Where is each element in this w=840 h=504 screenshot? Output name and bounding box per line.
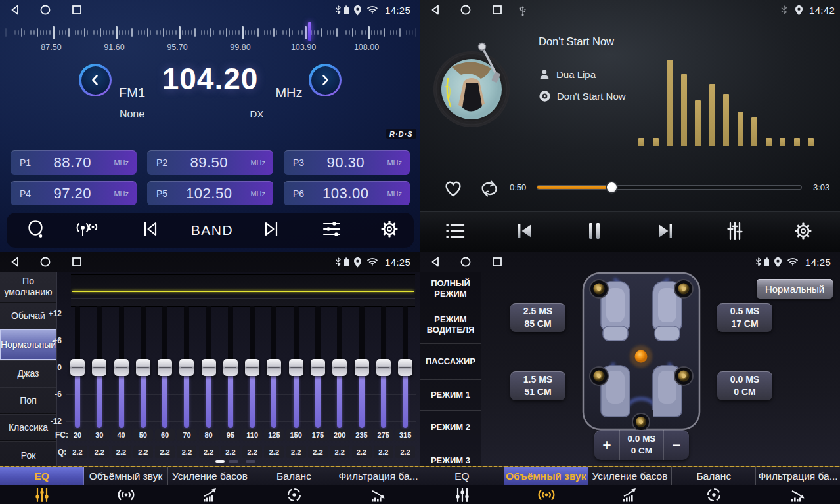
page-indicator[interactable] [246,460,255,463]
eq-band-slider[interactable] [311,310,324,424]
tab-crossover-filter[interactable]: Фильтрация ба... [336,466,420,504]
eq-slider-thumb[interactable] [311,359,325,376]
eq-band-slider[interactable] [333,310,346,424]
band-button[interactable]: BAND [191,222,233,238]
search-icon[interactable] [26,219,46,242]
tab-crossover-filter[interactable]: Фильтрация ба... [756,466,840,504]
delay-rear-left-button[interactable]: 1.5 MS51 CM [510,371,565,400]
broadcast-icon[interactable] [74,220,98,241]
recents-icon[interactable] [491,256,503,270]
eq-band-slider[interactable] [246,310,259,424]
eq-band-slider[interactable] [71,310,84,424]
tab-bass-boost[interactable]: Усиление басов [588,466,673,504]
eq-band-slider[interactable] [137,310,150,424]
pause-icon[interactable] [586,221,603,243]
preset-button-p6[interactable]: P6 103.00 MHz [284,181,410,205]
dial-tick [229,30,231,35]
tab-label: Фильтрация ба... [336,467,420,485]
recents-icon[interactable] [71,256,83,270]
mode-item[interactable]: ПАССАЖИР [420,344,481,380]
preset-button-p1[interactable]: P1 88.70 MHz [11,150,137,175]
eq-slider-thumb[interactable] [158,359,172,376]
eq-band-slider[interactable] [267,310,280,424]
home-icon[interactable] [460,256,472,270]
eq-slider-thumb[interactable] [223,359,238,376]
progress-thumb[interactable] [607,182,617,192]
mode-item[interactable]: РЕЖИМ ВОДИТЕЛЯ [420,306,481,344]
eq-slider-thumb[interactable] [289,359,303,376]
tuning-dial[interactable] [0,22,420,43]
eq-band-slider[interactable] [202,310,215,424]
eq-slider-thumb[interactable] [267,359,281,376]
eq-band-slider[interactable] [355,310,368,424]
delay-front-right-button[interactable]: 0.5 MS17 CM [717,303,772,332]
increase-button[interactable]: + [594,430,619,460]
eq-preset-item[interactable]: По умолчанию [0,272,56,303]
back-icon[interactable] [430,256,441,270]
preset-button-p2[interactable]: P2 89.50 MHz [147,150,273,175]
back-icon[interactable] [9,256,21,270]
tab-balance[interactable]: Баланс [252,466,336,504]
seek-previous-icon[interactable] [141,220,160,240]
album-art[interactable] [426,38,524,133]
eq-slider-thumb[interactable] [179,359,194,376]
back-icon[interactable] [9,4,21,18]
home-icon[interactable] [39,256,51,270]
eq-slider-thumb[interactable] [136,359,150,376]
eq-band-slider[interactable] [377,310,390,424]
tab-eq[interactable]: EQ [0,466,84,504]
dial-tick [77,30,79,35]
mode-item[interactable]: РЕЖИМ 1 [420,380,481,411]
mode-item[interactable]: РЕЖИМ 2 [420,411,481,444]
favorite-icon[interactable] [443,178,464,201]
home-icon[interactable] [460,4,472,18]
eq-slider-thumb[interactable] [376,359,391,376]
recents-icon[interactable] [71,4,83,18]
tab-eq[interactable]: EQ [420,466,504,504]
eq-band-slider[interactable] [115,310,128,424]
delay-rear-right-button[interactable]: 0.0 MS0 CM [717,371,772,400]
eq-band-slider[interactable] [93,310,106,424]
fc-value: 275 [374,429,393,441]
settings-gear-icon[interactable] [793,221,813,243]
eq-slider-thumb[interactable] [70,359,85,376]
tune-down-button[interactable] [79,64,112,96]
eq-band-slider[interactable] [290,310,303,424]
settings-gear-icon[interactable] [380,219,399,242]
eq-slider-thumb[interactable] [355,359,369,376]
sound-profile-button[interactable]: Нормальный [757,279,833,299]
eq-slider-thumb[interactable] [202,359,216,376]
tab-surround-sound[interactable]: Объёмный звук [504,466,588,504]
back-icon[interactable] [430,4,441,18]
eq-band-slider[interactable] [399,310,412,424]
tab-bass-boost[interactable]: Усиление басов [168,466,252,504]
mode-item[interactable]: ПОЛНЫЙ РЕЖИМ [420,272,481,306]
mixer-icon[interactable] [724,221,745,243]
tune-up-button[interactable] [309,64,342,96]
recents-icon[interactable] [491,4,503,18]
eq-slider-thumb[interactable] [332,359,347,376]
preset-button-p4[interactable]: P4 97.20 MHz [11,181,137,205]
preset-button-p3[interactable]: P3 90.30 MHz [284,150,410,175]
eq-band-slider[interactable] [158,310,171,424]
eq-slider-thumb[interactable] [114,359,129,376]
repeat-icon[interactable] [478,179,500,201]
playlist-icon[interactable] [445,222,466,243]
eq-slider-thumb[interactable] [398,359,412,376]
preset-button-p5[interactable]: P5 102.50 MHz [147,181,273,205]
tab-balance[interactable]: Баланс [672,466,756,504]
eq-slider-thumb[interactable] [92,359,106,376]
eq-band-slider[interactable] [224,310,237,424]
eq-band-slider[interactable] [180,310,193,424]
next-track-icon[interactable] [655,222,676,243]
page-indicator[interactable] [229,460,238,463]
seek-next-icon[interactable] [261,220,281,240]
tab-surround-sound[interactable]: Объёмный звук [84,466,168,504]
previous-track-icon[interactable] [514,222,535,243]
delay-front-left-button[interactable]: 2.5 MS85 CM [510,303,565,332]
sliders-icon[interactable] [322,220,342,241]
home-icon[interactable] [39,4,51,18]
eq-slider-thumb[interactable] [245,359,259,376]
decrease-button[interactable]: − [664,430,689,460]
progress-bar[interactable] [537,186,801,189]
